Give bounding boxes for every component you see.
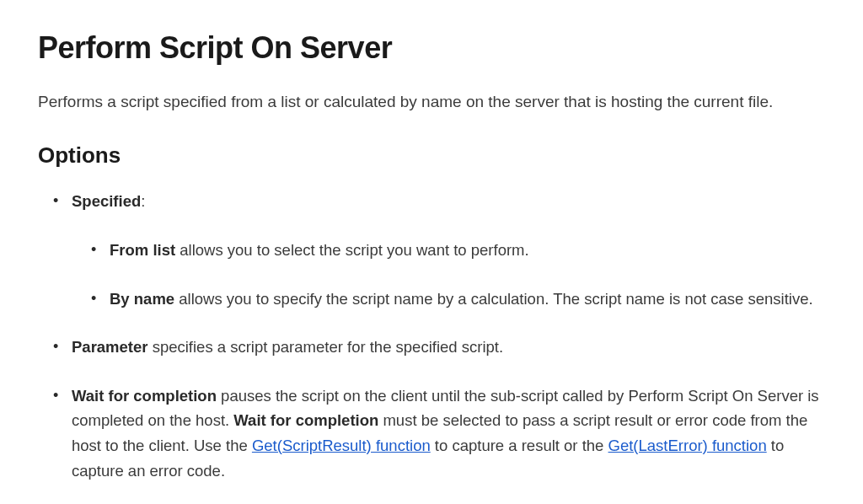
specified-sublist: From list allows you to select the scrip… — [72, 238, 825, 311]
option-from-list: From list allows you to select the scrip… — [110, 238, 825, 263]
intro-text: Performs a script specified from a list … — [38, 89, 825, 114]
by-name-text: allows you to specify the script name by… — [174, 290, 813, 308]
option-wait: Wait for completion pauses the script on… — [72, 383, 825, 483]
parameter-text: specifies a script parameter for the spe… — [148, 338, 504, 356]
option-specified: Specified: From list allows you to selec… — [72, 189, 825, 311]
option-parameter: Parameter specifies a script parameter f… — [72, 335, 825, 360]
by-name-label: By name — [110, 290, 174, 308]
specified-colon: : — [141, 192, 145, 210]
option-by-name: By name allows you to specify the script… — [110, 287, 825, 312]
wait-label-2: Wait for completion — [233, 411, 378, 429]
wait-text-3: to capture a result or the — [431, 437, 608, 454]
parameter-label: Parameter — [72, 338, 148, 356]
from-list-text: allows you to select the script you want… — [175, 241, 529, 259]
options-heading: Options — [38, 139, 825, 172]
specified-label: Specified — [72, 192, 141, 210]
link-get-lasterror[interactable]: Get(LastError) function — [608, 437, 767, 454]
from-list-label: From list — [110, 241, 175, 259]
page-title: Perform Script On Server — [38, 25, 825, 71]
wait-label: Wait for completion — [72, 387, 217, 405]
options-list: Specified: From list allows you to selec… — [38, 189, 825, 483]
link-get-scriptresult[interactable]: Get(ScriptResult) function — [252, 437, 431, 454]
